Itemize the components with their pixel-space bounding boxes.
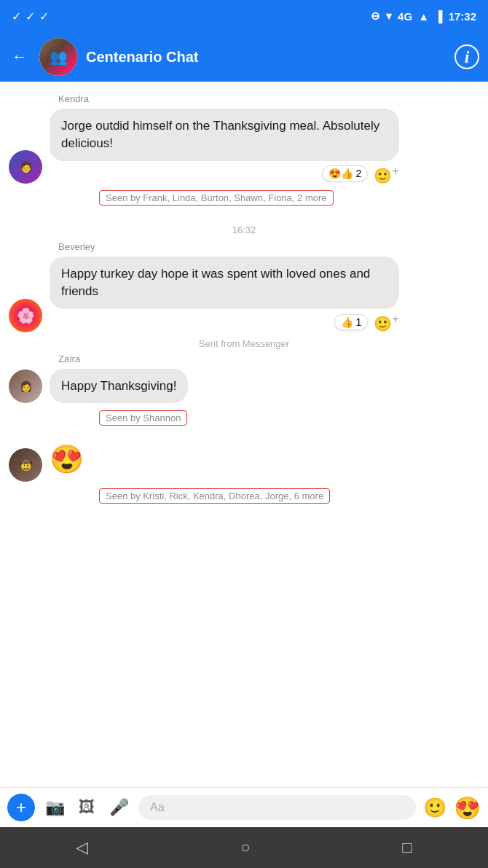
status-checks: ✓ ✓ ✓	[12, 9, 49, 23]
avatar-beverley: 🌸	[9, 299, 42, 332]
avatar-last: 🤠	[9, 448, 42, 482]
back-button[interactable]: ←	[9, 44, 31, 69]
camera-button[interactable]: 📷	[42, 795, 67, 820]
sender-name-kendra: Kendra	[58, 93, 488, 104]
message-row-beverley: 🌸 Happy turkey day hope it was spent wit…	[0, 255, 488, 333]
input-bar: + 📷 🖼 🎤 Aa 🙂 😍	[0, 787, 488, 827]
text-input[interactable]: Aa	[138, 795, 416, 820]
plus-icon: +	[16, 797, 26, 818]
mic-icon: 🎤	[109, 798, 129, 817]
bottom-nav: ◁ ○ □	[0, 827, 488, 868]
avatar-kendra: 🧑	[9, 150, 42, 184]
back-nav-button[interactable]: ◁	[76, 838, 88, 857]
signal-icon: ▲	[418, 10, 429, 23]
image-icon: 🖼	[79, 798, 95, 817]
check2: ✓	[25, 9, 35, 23]
seen-label-last: Seen by Kristi, Rick, Kendra, Dhorea, Jo…	[99, 488, 330, 504]
bubble-wrapper-kendra: Jorge outdid himself on the Thanksgiving…	[50, 109, 399, 184]
wifi-icon: ▾	[386, 9, 392, 23]
camera-icon: 📷	[45, 798, 65, 817]
time-display: 17:32	[449, 10, 476, 23]
chat-title: Centenario Chat	[86, 49, 446, 66]
image-button[interactable]: 🖼	[74, 795, 99, 820]
avatar-zaira: 👩	[9, 370, 42, 403]
emoji-button[interactable]: 🙂	[423, 797, 446, 819]
bubble-wrapper-zaira: Happy Thanksgiving!	[50, 369, 188, 404]
add-reaction-beverley[interactable]: 🙂+	[374, 312, 399, 332]
reaction-badge-beverley[interactable]: 👍 1	[334, 314, 369, 330]
sender-name-zaira: Zaíra	[58, 353, 488, 364]
group-avatar: 👥	[39, 38, 77, 76]
chat-area: Kendra 🧑 Jorge outdid himself on the Tha…	[0, 82, 488, 787]
add-button[interactable]: +	[7, 794, 35, 821]
reactions-beverley: 👍 1 🙂+	[50, 312, 399, 332]
timestamp-1632: 16:32	[0, 224, 488, 235]
network-label: 4G	[398, 10, 412, 23]
input-placeholder: Aa	[150, 801, 165, 814]
seen-label-kendra: Seen by Frank, Linda, Burton, Shawn, Fio…	[99, 190, 334, 206]
seen-label-zaira: Seen by Shannon	[99, 410, 187, 426]
avatar-image: 👥	[39, 38, 77, 76]
heart-eyes-button[interactable]: 😍	[454, 795, 481, 821]
home-nav-button[interactable]: ○	[240, 838, 250, 857]
status-right: ⊖ ▾ 4G ▲ ▐ 17:32	[371, 9, 476, 23]
message-row-zaira: 👩 Happy Thanksgiving!	[0, 367, 488, 405]
mic-button[interactable]: 🎤	[106, 795, 131, 820]
dnd-icon: ⊖	[371, 9, 380, 23]
bubble-emoji-last: 😍	[50, 437, 84, 482]
bubble-beverley: Happy turkey day hope it was spent with …	[50, 257, 399, 309]
battery-icon: ▐	[435, 10, 443, 23]
status-bar: ✓ ✓ ✓ ⊖ ▾ 4G ▲ ▐ 17:32	[0, 0, 488, 32]
message-row-kendra: 🧑 Jorge outdid himself on the Thanksgivi…	[0, 107, 488, 185]
reactions-kendra: 😍👍 2 🙂+	[50, 164, 399, 184]
bubble-zaira: Happy Thanksgiving!	[50, 369, 188, 404]
recent-nav-button[interactable]: □	[402, 838, 412, 857]
bubble-wrapper-last: 😍	[50, 437, 84, 482]
info-button[interactable]: i	[454, 44, 479, 69]
bubble-kendra: Jorge outdid himself on the Thanksgiving…	[50, 109, 399, 161]
check1: ✓	[12, 9, 21, 23]
sender-name-beverley: Beverley	[58, 241, 488, 252]
chat-header: ← 👥 Centenario Chat i	[0, 32, 488, 82]
check3: ✓	[39, 9, 49, 23]
add-reaction-kendra[interactable]: 🙂+	[374, 164, 399, 184]
message-row-last: 🤠 😍	[0, 436, 488, 483]
sent-from-label: Sent from Messenger	[0, 338, 488, 349]
reaction-badge-kendra[interactable]: 😍👍 2	[322, 165, 369, 181]
bubble-wrapper-beverley: Happy turkey day hope it was spent with …	[50, 257, 399, 332]
